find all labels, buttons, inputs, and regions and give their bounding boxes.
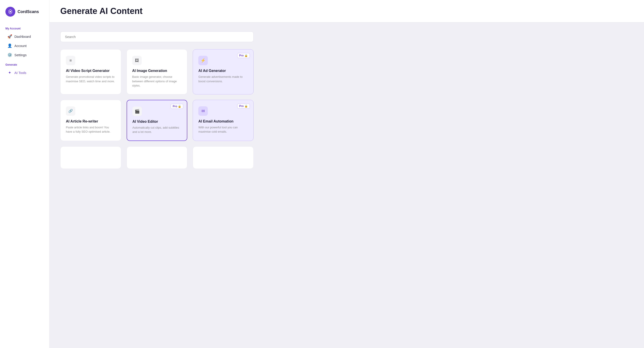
image-gen-title: AI Image Generation	[132, 69, 182, 73]
ad-gen-icon: ⚡	[200, 58, 206, 63]
card-ad-gen[interactable]: Pro 🔒 ⚡ AI Ad Generator Generate adverti…	[193, 49, 254, 94]
dashboard-icon: 🚀	[7, 34, 12, 39]
settings-icon: ⚙️	[7, 52, 12, 57]
card-partial-2[interactable]	[126, 146, 188, 169]
main-body: ≡ AI Video Script Generator Generate pro…	[50, 22, 644, 348]
email-automation-title: AI Email Automation	[198, 119, 248, 124]
card-image-gen[interactable]: 🖼 AI Image Generation Basic image genera…	[126, 49, 188, 94]
video-editor-icon: 🎬	[135, 109, 140, 114]
cards-grid: ≡ AI Video Script Generator Generate pro…	[60, 49, 254, 169]
video-editor-desc: Automatically cut clips, add subtitles a…	[132, 126, 182, 134]
video-editor-pro-badge: Pro 🔒	[171, 104, 183, 109]
main-header: Generate AI Content	[50, 0, 644, 22]
page-title: Generate AI Content	[60, 6, 633, 16]
image-gen-icon: 🖼	[135, 58, 139, 63]
sidebar-item-dashboard[interactable]: 🚀 Dashboard	[2, 32, 48, 41]
image-gen-icon-wrap: 🖼	[132, 56, 142, 65]
card-video-script[interactable]: ≡ AI Video Script Generator Generate pro…	[60, 49, 121, 94]
email-automation-desc: With our powerful tool you can maximise …	[198, 125, 248, 134]
article-rewriter-title: AI Article Re-writer	[66, 119, 116, 124]
card-email-automation[interactable]: Pro 🔒 ✉ AI Email Automation With our pow…	[193, 100, 254, 141]
sidebar-item-settings-label: Settings	[14, 53, 26, 57]
logo-area: CordScans	[0, 4, 49, 24]
video-script-icon-wrap: ≡	[66, 56, 75, 65]
article-rewriter-icon: 🔗	[68, 109, 73, 113]
sidebar-item-ai-tools[interactable]: ✦ AI Tools	[2, 68, 48, 77]
card-partial-3[interactable]	[193, 146, 254, 169]
ad-gen-desc: Generate advertisements made to boost co…	[198, 75, 248, 84]
video-editor-title: AI Video Editor	[132, 120, 182, 124]
ai-tools-icon: ✦	[7, 70, 12, 75]
search-input[interactable]	[60, 32, 254, 42]
ad-gen-title: AI Ad Generator	[198, 69, 248, 73]
app-name: CordScans	[18, 10, 39, 14]
video-script-icon: ≡	[70, 58, 72, 63]
sidebar: CordScans My Account 🚀 Dashboard 👤 Accou…	[0, 0, 50, 348]
article-rewriter-icon-wrap: 🔗	[66, 106, 75, 116]
generate-label: Generate	[0, 60, 49, 68]
main-content: Generate AI Content ≡ AI Video Script Ge…	[50, 0, 644, 348]
card-article-rewriter[interactable]: 🔗 AI Article Re-writer Paste article lin…	[60, 100, 121, 141]
image-gen-desc: Basic image generator, choose between di…	[132, 75, 182, 88]
sidebar-item-settings[interactable]: ⚙️ Settings	[2, 50, 48, 60]
article-rewriter-desc: Paste article links and boom! You have a…	[66, 125, 116, 134]
sidebar-item-account[interactable]: 👤 Account	[2, 41, 48, 50]
sidebar-item-dashboard-label: Dashboard	[14, 34, 31, 38]
my-account-label: My Account	[0, 24, 49, 32]
sidebar-item-ai-tools-label: AI Tools	[14, 71, 26, 75]
video-script-title: AI Video Script Generator	[66, 69, 116, 73]
card-video-editor[interactable]: Pro 🔒 🎬 AI Video Editor Automatically cu…	[126, 100, 188, 141]
account-icon: 👤	[7, 44, 12, 48]
video-script-desc: Generate promotional video scripts to ma…	[66, 75, 116, 84]
email-automation-pro-badge: Pro 🔒	[237, 104, 250, 108]
card-partial-1[interactable]	[60, 146, 121, 169]
sidebar-item-account-label: Account	[14, 44, 26, 48]
email-automation-icon: ✉	[202, 108, 205, 114]
video-editor-icon-wrap: 🎬	[132, 106, 142, 116]
ad-gen-pro-badge: Pro 🔒	[237, 53, 250, 58]
ad-gen-icon-wrap: ⚡	[198, 56, 208, 65]
search-bar	[60, 32, 254, 42]
email-automation-icon-wrap: ✉	[198, 106, 208, 116]
logo-icon	[6, 7, 15, 17]
